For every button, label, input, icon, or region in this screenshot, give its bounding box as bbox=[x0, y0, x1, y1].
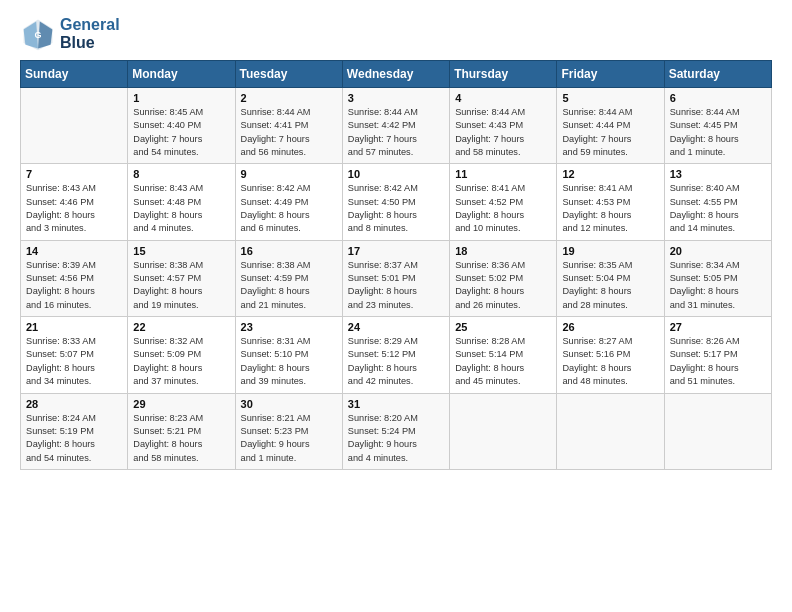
cell-content: Sunrise: 8:44 AM Sunset: 4:45 PM Dayligh… bbox=[670, 106, 766, 159]
calendar-cell: 2Sunrise: 8:44 AM Sunset: 4:41 PM Daylig… bbox=[235, 88, 342, 164]
cell-content: Sunrise: 8:27 AM Sunset: 5:16 PM Dayligh… bbox=[562, 335, 658, 388]
calendar-cell bbox=[21, 88, 128, 164]
calendar-cell: 4Sunrise: 8:44 AM Sunset: 4:43 PM Daylig… bbox=[450, 88, 557, 164]
cell-content: Sunrise: 8:29 AM Sunset: 5:12 PM Dayligh… bbox=[348, 335, 444, 388]
calendar-cell: 3Sunrise: 8:44 AM Sunset: 4:42 PM Daylig… bbox=[342, 88, 449, 164]
date-number: 12 bbox=[562, 168, 658, 180]
cell-content: Sunrise: 8:44 AM Sunset: 4:42 PM Dayligh… bbox=[348, 106, 444, 159]
date-number: 2 bbox=[241, 92, 337, 104]
week-row-5: 28Sunrise: 8:24 AM Sunset: 5:19 PM Dayli… bbox=[21, 393, 772, 469]
day-header-thursday: Thursday bbox=[450, 61, 557, 88]
cell-content: Sunrise: 8:28 AM Sunset: 5:14 PM Dayligh… bbox=[455, 335, 551, 388]
cell-content: Sunrise: 8:37 AM Sunset: 5:01 PM Dayligh… bbox=[348, 259, 444, 312]
date-number: 10 bbox=[348, 168, 444, 180]
calendar-cell bbox=[450, 393, 557, 469]
cell-content: Sunrise: 8:41 AM Sunset: 4:52 PM Dayligh… bbox=[455, 182, 551, 235]
day-header-wednesday: Wednesday bbox=[342, 61, 449, 88]
cell-content: Sunrise: 8:23 AM Sunset: 5:21 PM Dayligh… bbox=[133, 412, 229, 465]
date-number: 5 bbox=[562, 92, 658, 104]
calendar-cell: 26Sunrise: 8:27 AM Sunset: 5:16 PM Dayli… bbox=[557, 317, 664, 393]
cell-content: Sunrise: 8:20 AM Sunset: 5:24 PM Dayligh… bbox=[348, 412, 444, 465]
header: G General Blue bbox=[20, 16, 772, 52]
date-number: 4 bbox=[455, 92, 551, 104]
date-number: 3 bbox=[348, 92, 444, 104]
calendar-cell: 30Sunrise: 8:21 AM Sunset: 5:23 PM Dayli… bbox=[235, 393, 342, 469]
cell-content: Sunrise: 8:41 AM Sunset: 4:53 PM Dayligh… bbox=[562, 182, 658, 235]
calendar-cell: 6Sunrise: 8:44 AM Sunset: 4:45 PM Daylig… bbox=[664, 88, 771, 164]
cell-content: Sunrise: 8:40 AM Sunset: 4:55 PM Dayligh… bbox=[670, 182, 766, 235]
calendar-cell: 14Sunrise: 8:39 AM Sunset: 4:56 PM Dayli… bbox=[21, 240, 128, 316]
cell-content: Sunrise: 8:36 AM Sunset: 5:02 PM Dayligh… bbox=[455, 259, 551, 312]
day-header-saturday: Saturday bbox=[664, 61, 771, 88]
date-number: 20 bbox=[670, 245, 766, 257]
cell-content: Sunrise: 8:44 AM Sunset: 4:43 PM Dayligh… bbox=[455, 106, 551, 159]
header-row: SundayMondayTuesdayWednesdayThursdayFrid… bbox=[21, 61, 772, 88]
date-number: 31 bbox=[348, 398, 444, 410]
calendar-cell: 5Sunrise: 8:44 AM Sunset: 4:44 PM Daylig… bbox=[557, 88, 664, 164]
cell-content: Sunrise: 8:24 AM Sunset: 5:19 PM Dayligh… bbox=[26, 412, 122, 465]
date-number: 18 bbox=[455, 245, 551, 257]
date-number: 23 bbox=[241, 321, 337, 333]
week-row-2: 7Sunrise: 8:43 AM Sunset: 4:46 PM Daylig… bbox=[21, 164, 772, 240]
cell-content: Sunrise: 8:43 AM Sunset: 4:46 PM Dayligh… bbox=[26, 182, 122, 235]
date-number: 24 bbox=[348, 321, 444, 333]
calendar-cell: 9Sunrise: 8:42 AM Sunset: 4:49 PM Daylig… bbox=[235, 164, 342, 240]
calendar-table: SundayMondayTuesdayWednesdayThursdayFrid… bbox=[20, 60, 772, 470]
cell-content: Sunrise: 8:42 AM Sunset: 4:49 PM Dayligh… bbox=[241, 182, 337, 235]
date-number: 30 bbox=[241, 398, 337, 410]
calendar-cell: 28Sunrise: 8:24 AM Sunset: 5:19 PM Dayli… bbox=[21, 393, 128, 469]
date-number: 9 bbox=[241, 168, 337, 180]
date-number: 28 bbox=[26, 398, 122, 410]
page: G General Blue SundayMondayTuesdayWednes… bbox=[0, 0, 792, 480]
cell-content: Sunrise: 8:21 AM Sunset: 5:23 PM Dayligh… bbox=[241, 412, 337, 465]
date-number: 19 bbox=[562, 245, 658, 257]
date-number: 14 bbox=[26, 245, 122, 257]
calendar-cell: 29Sunrise: 8:23 AM Sunset: 5:21 PM Dayli… bbox=[128, 393, 235, 469]
logo-text: General Blue bbox=[60, 16, 120, 51]
date-number: 6 bbox=[670, 92, 766, 104]
calendar-cell: 31Sunrise: 8:20 AM Sunset: 5:24 PM Dayli… bbox=[342, 393, 449, 469]
date-number: 8 bbox=[133, 168, 229, 180]
calendar-cell: 10Sunrise: 8:42 AM Sunset: 4:50 PM Dayli… bbox=[342, 164, 449, 240]
date-number: 22 bbox=[133, 321, 229, 333]
calendar-cell: 16Sunrise: 8:38 AM Sunset: 4:59 PM Dayli… bbox=[235, 240, 342, 316]
calendar-cell: 21Sunrise: 8:33 AM Sunset: 5:07 PM Dayli… bbox=[21, 317, 128, 393]
calendar-cell: 7Sunrise: 8:43 AM Sunset: 4:46 PM Daylig… bbox=[21, 164, 128, 240]
cell-content: Sunrise: 8:42 AM Sunset: 4:50 PM Dayligh… bbox=[348, 182, 444, 235]
week-row-4: 21Sunrise: 8:33 AM Sunset: 5:07 PM Dayli… bbox=[21, 317, 772, 393]
calendar-cell: 27Sunrise: 8:26 AM Sunset: 5:17 PM Dayli… bbox=[664, 317, 771, 393]
date-number: 21 bbox=[26, 321, 122, 333]
date-number: 15 bbox=[133, 245, 229, 257]
cell-content: Sunrise: 8:38 AM Sunset: 4:59 PM Dayligh… bbox=[241, 259, 337, 312]
cell-content: Sunrise: 8:33 AM Sunset: 5:07 PM Dayligh… bbox=[26, 335, 122, 388]
calendar-cell: 15Sunrise: 8:38 AM Sunset: 4:57 PM Dayli… bbox=[128, 240, 235, 316]
svg-text:G: G bbox=[34, 30, 41, 40]
cell-content: Sunrise: 8:43 AM Sunset: 4:48 PM Dayligh… bbox=[133, 182, 229, 235]
date-number: 17 bbox=[348, 245, 444, 257]
cell-content: Sunrise: 8:31 AM Sunset: 5:10 PM Dayligh… bbox=[241, 335, 337, 388]
date-number: 26 bbox=[562, 321, 658, 333]
week-row-1: 1Sunrise: 8:45 AM Sunset: 4:40 PM Daylig… bbox=[21, 88, 772, 164]
calendar-cell: 20Sunrise: 8:34 AM Sunset: 5:05 PM Dayli… bbox=[664, 240, 771, 316]
date-number: 16 bbox=[241, 245, 337, 257]
date-number: 1 bbox=[133, 92, 229, 104]
date-number: 29 bbox=[133, 398, 229, 410]
date-number: 13 bbox=[670, 168, 766, 180]
calendar-cell: 19Sunrise: 8:35 AM Sunset: 5:04 PM Dayli… bbox=[557, 240, 664, 316]
calendar-cell: 17Sunrise: 8:37 AM Sunset: 5:01 PM Dayli… bbox=[342, 240, 449, 316]
calendar-cell: 23Sunrise: 8:31 AM Sunset: 5:10 PM Dayli… bbox=[235, 317, 342, 393]
calendar-cell: 12Sunrise: 8:41 AM Sunset: 4:53 PM Dayli… bbox=[557, 164, 664, 240]
cell-content: Sunrise: 8:38 AM Sunset: 4:57 PM Dayligh… bbox=[133, 259, 229, 312]
cell-content: Sunrise: 8:45 AM Sunset: 4:40 PM Dayligh… bbox=[133, 106, 229, 159]
cell-content: Sunrise: 8:44 AM Sunset: 4:44 PM Dayligh… bbox=[562, 106, 658, 159]
calendar-cell: 11Sunrise: 8:41 AM Sunset: 4:52 PM Dayli… bbox=[450, 164, 557, 240]
day-header-sunday: Sunday bbox=[21, 61, 128, 88]
cell-content: Sunrise: 8:26 AM Sunset: 5:17 PM Dayligh… bbox=[670, 335, 766, 388]
calendar-cell: 22Sunrise: 8:32 AM Sunset: 5:09 PM Dayli… bbox=[128, 317, 235, 393]
week-row-3: 14Sunrise: 8:39 AM Sunset: 4:56 PM Dayli… bbox=[21, 240, 772, 316]
cell-content: Sunrise: 8:32 AM Sunset: 5:09 PM Dayligh… bbox=[133, 335, 229, 388]
cell-content: Sunrise: 8:39 AM Sunset: 4:56 PM Dayligh… bbox=[26, 259, 122, 312]
calendar-cell bbox=[664, 393, 771, 469]
calendar-cell: 25Sunrise: 8:28 AM Sunset: 5:14 PM Dayli… bbox=[450, 317, 557, 393]
date-number: 27 bbox=[670, 321, 766, 333]
